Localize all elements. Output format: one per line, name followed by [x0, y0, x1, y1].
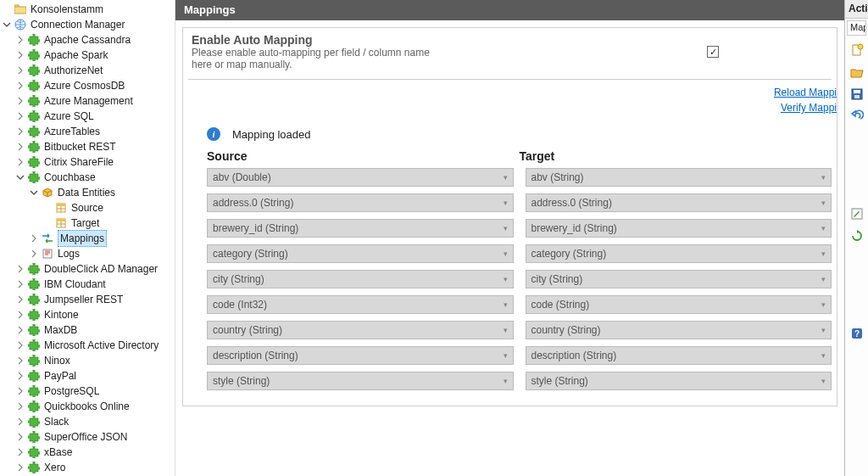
- new-icon[interactable]: [849, 42, 865, 58]
- expand-toggle[interactable]: [15, 142, 25, 152]
- tree-label[interactable]: PayPal: [44, 368, 76, 384]
- target-field-dropdown[interactable]: abv (String)▾: [526, 168, 832, 187]
- expand-toggle[interactable]: [15, 279, 25, 289]
- expand-toggle[interactable]: [15, 65, 25, 76]
- tree-connector[interactable]: Azure CosmosDB: [0, 78, 175, 93]
- source-field-dropdown[interactable]: category (String)▾: [207, 244, 514, 263]
- save-icon[interactable]: [849, 87, 865, 102]
- tree-connector[interactable]: PostgreSQL: [0, 384, 175, 399]
- target-field-dropdown[interactable]: category (String)▾: [526, 244, 832, 263]
- tree-label[interactable]: Source: [71, 200, 103, 216]
- source-field-dropdown[interactable]: abv (Double)▾: [207, 168, 514, 187]
- target-field-dropdown[interactable]: code (String)▾: [526, 295, 832, 314]
- expand-toggle[interactable]: [15, 172, 25, 182]
- tree-label[interactable]: Azure SQL: [44, 109, 94, 124]
- expand-toggle[interactable]: [15, 294, 25, 305]
- tree-connector[interactable]: Ninox: [0, 353, 175, 368]
- tree-label[interactable]: Apache Spark: [44, 48, 108, 63]
- expand-toggle[interactable]: [15, 111, 25, 121]
- expand-toggle[interactable]: [15, 371, 25, 381]
- tree-connector[interactable]: Azure SQL: [0, 109, 175, 124]
- tree-logs[interactable]: Logs: [0, 246, 175, 261]
- tree-label[interactable]: Apache Cassandra: [44, 32, 131, 48]
- target-field-dropdown[interactable]: address.0 (String)▾: [526, 193, 832, 212]
- tree-label[interactable]: PostgreSQL: [44, 384, 99, 399]
- source-field-dropdown[interactable]: city (String)▾: [207, 270, 514, 288]
- tree-label[interactable]: Data Entities: [58, 185, 115, 200]
- tree-connector[interactable]: AuthorizeNet: [0, 63, 175, 78]
- tree-connection-manager[interactable]: Connection Manager: [0, 17, 175, 32]
- tree-connector[interactable]: Kintone: [0, 307, 175, 322]
- tree-source[interactable]: Source: [0, 200, 175, 216]
- tree-label[interactable]: AzureTables: [44, 124, 100, 139]
- tree-label[interactable]: Kintone: [44, 307, 79, 322]
- expand-toggle[interactable]: [15, 264, 25, 274]
- tree-label[interactable]: Mappings: [58, 230, 107, 247]
- expand-toggle[interactable]: [15, 447, 25, 457]
- expand-toggle[interactable]: [15, 462, 25, 473]
- target-field-dropdown[interactable]: city (String)▾: [526, 270, 832, 288]
- tree-connector[interactable]: Apache Spark: [0, 48, 175, 63]
- tree-label[interactable]: SuperOffice JSON: [44, 429, 127, 445]
- tree-connector[interactable]: MaxDB: [0, 322, 175, 338]
- expand-toggle[interactable]: [15, 401, 25, 412]
- expand-toggle[interactable]: [15, 126, 25, 137]
- tree-connector[interactable]: DoubleClick AD Manager: [0, 261, 175, 277]
- expand-toggle[interactable]: [15, 96, 25, 106]
- target-field-dropdown[interactable]: description (String)▾: [526, 346, 832, 365]
- source-field-dropdown[interactable]: style (String)▾: [207, 372, 514, 390]
- expand-toggle[interactable]: [15, 50, 25, 60]
- tree-connector[interactable]: AzureTables: [0, 124, 175, 139]
- tree-connector[interactable]: xBase: [0, 445, 175, 460]
- tree-connector[interactable]: Slack: [0, 414, 175, 429]
- tree-label[interactable]: AuthorizeNet: [44, 63, 103, 78]
- refresh-icon[interactable]: [849, 228, 865, 244]
- tree-connector[interactable]: Jumpseller REST: [0, 292, 175, 307]
- source-field-dropdown[interactable]: code (Int32)▾: [207, 295, 514, 314]
- tree-mappings[interactable]: Mappings: [0, 231, 175, 246]
- tree-connector[interactable]: PayPal: [0, 368, 175, 384]
- tree-label[interactable]: xBase: [44, 445, 72, 460]
- tree-label[interactable]: Bitbucket REST: [44, 139, 116, 154]
- tree-connector[interactable]: IBM Cloudant: [0, 277, 175, 292]
- tree-connector[interactable]: Apache Cassandra: [0, 32, 175, 48]
- undo-icon[interactable]: [849, 109, 865, 124]
- tree-connector[interactable]: Azure Management: [0, 93, 175, 109]
- tree-connector[interactable]: Microsoft Active Directory: [0, 338, 175, 353]
- tree-connector[interactable]: Bitbucket REST: [0, 139, 175, 154]
- tree-label[interactable]: Ninox: [44, 353, 70, 368]
- source-field-dropdown[interactable]: description (String)▾: [207, 346, 514, 365]
- source-field-dropdown[interactable]: address.0 (String)▾: [207, 193, 514, 212]
- tree-connector[interactable]: Citrix ShareFile: [0, 154, 175, 170]
- expand-toggle[interactable]: [15, 81, 25, 91]
- source-field-dropdown[interactable]: country (String)▾: [207, 321, 514, 339]
- tree-connector[interactable]: Quickbooks Online: [0, 399, 175, 414]
- expand-toggle[interactable]: [15, 157, 25, 167]
- tree-connector-couchbase[interactable]: Couchbase: [0, 170, 175, 185]
- tree-label[interactable]: Slack: [44, 414, 69, 429]
- tree-label[interactable]: Logs: [58, 246, 80, 261]
- target-field-dropdown[interactable]: style (String)▾: [526, 372, 832, 390]
- expand-toggle[interactable]: [15, 417, 25, 427]
- edit-icon[interactable]: [849, 206, 865, 221]
- expand-toggle[interactable]: [29, 233, 39, 244]
- expand-toggle[interactable]: [15, 386, 25, 396]
- tree-root[interactable]: Konsolenstamm: [0, 2, 175, 17]
- tree-label[interactable]: Quickbooks Online: [44, 399, 130, 414]
- tree-label[interactable]: Konsolenstamm: [31, 2, 103, 17]
- expand-toggle[interactable]: [29, 249, 39, 259]
- action-bar-tab[interactable]: Map: [847, 20, 866, 36]
- expand-toggle[interactable]: [15, 310, 25, 320]
- reload-mappings-link[interactable]: Reload Mappi: [183, 85, 837, 100]
- expand-toggle[interactable]: [15, 340, 25, 350]
- source-field-dropdown[interactable]: brewery_id (String)▾: [207, 219, 514, 238]
- tree-connector[interactable]: SuperOffice JSON: [0, 429, 175, 445]
- open-icon[interactable]: [849, 64, 865, 80]
- tree-label[interactable]: Xero: [44, 460, 65, 475]
- tree-label[interactable]: MaxDB: [44, 322, 77, 338]
- tree-label[interactable]: Couchbase: [44, 170, 96, 185]
- tree-label[interactable]: Connection Manager: [31, 17, 125, 32]
- tree-data-entities[interactable]: Data Entities: [0, 185, 175, 200]
- tree-label[interactable]: Citrix ShareFile: [44, 154, 114, 170]
- tree-label[interactable]: Azure Management: [44, 93, 133, 109]
